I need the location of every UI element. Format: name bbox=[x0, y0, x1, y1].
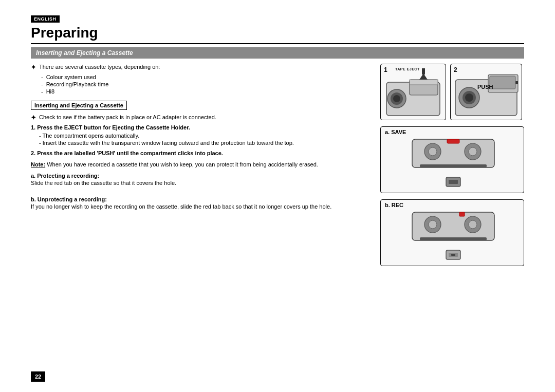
unprotect-label: b. Unprotecting a recording: bbox=[31, 196, 370, 202]
left-column: ✦ There are several cassette types, depe… bbox=[31, 64, 370, 272]
diagram2-number: 2 bbox=[454, 66, 457, 73]
push-svg bbox=[451, 64, 521, 119]
svg-rect-22 bbox=[447, 139, 459, 143]
content-area: ✦ There are several cassette types, depe… bbox=[31, 64, 524, 272]
svg-rect-30 bbox=[420, 237, 487, 240]
cross-icon-2: ✦ bbox=[31, 114, 36, 121]
svg-rect-24 bbox=[449, 180, 458, 184]
save-svg bbox=[381, 137, 523, 189]
diagram-b-rec: b. REC bbox=[380, 199, 524, 266]
diagram-2: 2 PUSH bbox=[450, 64, 522, 120]
step-1: 1. Press the EJECT button for Ejecting t… bbox=[31, 124, 370, 146]
check-text: Check to see if the battery pack is in p… bbox=[39, 114, 216, 121]
diagram1-number: 1 bbox=[384, 66, 387, 73]
unprotect-text: If you no longer wish to keep the record… bbox=[31, 203, 370, 210]
svg-point-18 bbox=[429, 147, 437, 156]
svg-rect-21 bbox=[420, 164, 487, 167]
page: ENGLISH Preparing Inserting and Ejecting… bbox=[0, 0, 555, 392]
check-bullet: ✦ Check to see if the battery pack is in… bbox=[31, 114, 370, 121]
save-label: a. SAVE bbox=[381, 127, 524, 137]
step1-sub1: - The compartment opens automatically. bbox=[39, 133, 370, 139]
step2-title-text: Press the are labelled 'PUSH' until the … bbox=[37, 150, 223, 156]
diagram-1: 1 TAPE EJECT bbox=[380, 64, 446, 120]
rec-label: b. REC bbox=[381, 200, 524, 210]
protect-label: a. Protecting a recording: bbox=[31, 173, 370, 179]
intro-text: There are several cassette types, depend… bbox=[39, 64, 160, 71]
svg-point-3 bbox=[393, 95, 400, 102]
svg-rect-6 bbox=[422, 68, 425, 74]
step1-sub2: - Insert the cassette with the transpare… bbox=[39, 140, 370, 146]
diagram-a-save: a. SAVE bbox=[380, 126, 524, 193]
note-label: Note: bbox=[31, 161, 45, 167]
note-text: When you have recorded a cassette that y… bbox=[47, 161, 318, 167]
section-header: Inserting and Ejecting a Cassette bbox=[31, 47, 524, 59]
right-column: 1 TAPE EJECT bbox=[380, 64, 524, 272]
svg-rect-31 bbox=[459, 212, 465, 216]
step2-title: 2. Press the are labelled 'PUSH' until t… bbox=[31, 150, 370, 156]
diagram-top-row: 1 TAPE EJECT bbox=[380, 64, 524, 120]
step1-title-text: Press the EJECT button for Ejecting the … bbox=[37, 124, 190, 130]
protect-text: Slide the red tab on the cassette so tha… bbox=[31, 180, 370, 186]
svg-rect-34 bbox=[451, 254, 455, 256]
svg-point-11 bbox=[465, 94, 473, 102]
svg-point-29 bbox=[469, 220, 477, 229]
page-title: Preparing bbox=[31, 25, 524, 44]
subsection-title: Inserting and Ejecting a Cassette bbox=[31, 101, 127, 110]
note-block: Note: When you have recorded a cassette … bbox=[31, 161, 370, 167]
cross-icon: ✦ bbox=[31, 64, 36, 71]
svg-rect-7 bbox=[410, 80, 438, 85]
tape-eject-svg bbox=[381, 64, 445, 119]
intro-bullet: ✦ There are several cassette types, depe… bbox=[31, 64, 370, 71]
tape-eject-label: TAPE EJECT bbox=[395, 67, 420, 71]
intro-sublist: -Colour system used -Recording/Playback … bbox=[41, 74, 370, 95]
rec-svg bbox=[381, 210, 523, 262]
push-label: PUSH bbox=[477, 84, 493, 90]
svg-point-20 bbox=[469, 147, 477, 156]
list-item: -Hi8 bbox=[41, 88, 370, 95]
list-item: -Recording/Playback time bbox=[41, 81, 370, 87]
list-item: -Colour system used bbox=[41, 74, 370, 80]
svg-point-27 bbox=[429, 220, 437, 229]
page-number: 22 bbox=[31, 371, 45, 382]
step1-title: 1. Press the EJECT button for Ejecting t… bbox=[31, 124, 370, 130]
step-2: 2. Press the are labelled 'PUSH' until t… bbox=[31, 150, 370, 156]
svg-rect-15 bbox=[490, 76, 515, 89]
language-badge: ENGLISH bbox=[31, 15, 60, 23]
